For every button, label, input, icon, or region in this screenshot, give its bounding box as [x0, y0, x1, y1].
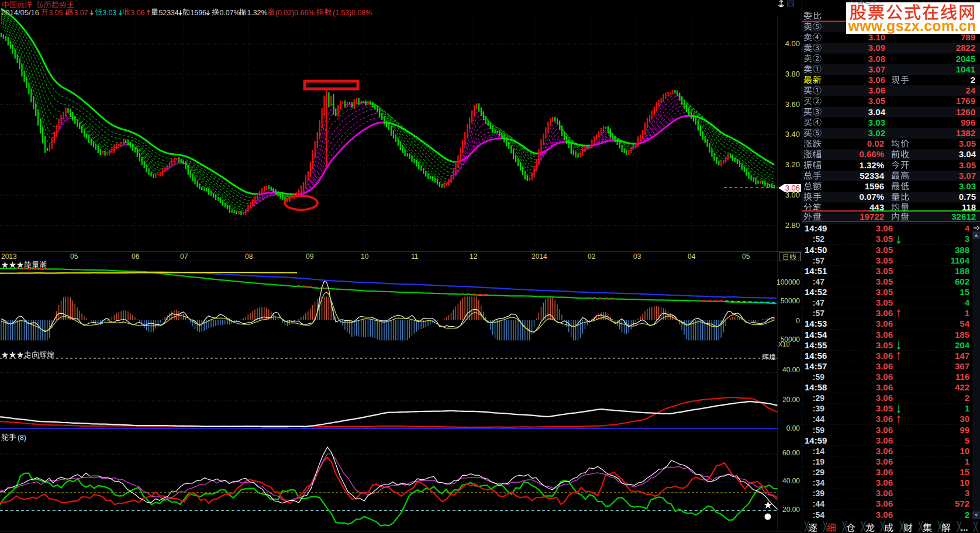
svg-text:15: 15	[960, 287, 969, 297]
svg-text::54: :54	[813, 510, 824, 520]
svg-text:3.05: 3.05	[876, 245, 893, 255]
svg-text:3.05: 3.05	[876, 276, 893, 286]
svg-text:3.06: 3.06	[876, 330, 893, 340]
svg-text:2014: 2014	[532, 252, 547, 261]
svg-text:3.06: 3.06	[876, 361, 893, 371]
svg-text:3.07: 3.07	[959, 171, 976, 181]
svg-text:www.gszx.com.cn: www.gszx.com.cn	[848, 18, 976, 34]
svg-text:3.40: 3.40	[785, 130, 800, 139]
svg-text:3.05: 3.05	[876, 234, 893, 244]
svg-text:3.04: 3.04	[868, 107, 886, 117]
svg-text:20.00: 20.00	[782, 506, 800, 514]
svg-text::57: :57	[813, 309, 824, 318]
svg-text:3.04: 3.04	[959, 149, 976, 159]
svg-text:2045: 2045	[956, 54, 975, 64]
svg-text:3.03: 3.03	[103, 9, 117, 17]
svg-text:1: 1	[965, 403, 969, 413]
svg-text:50000: 50000	[781, 297, 800, 305]
svg-text:3.05: 3.05	[876, 403, 893, 413]
svg-text:3.06: 3.06	[876, 446, 893, 456]
svg-text:3.07: 3.07	[74, 9, 88, 17]
svg-text::57: :57	[813, 256, 824, 265]
svg-text:3: 3	[965, 488, 969, 498]
svg-text:116: 116	[955, 372, 969, 382]
svg-text:14:58: 14:58	[805, 382, 827, 392]
svg-text:3.06: 3.06	[876, 435, 893, 445]
svg-text:3.06: 3.06	[131, 9, 145, 17]
svg-text:3.06: 3.06	[876, 308, 893, 318]
svg-text:3.06: 3.06	[876, 372, 893, 382]
svg-text:1: 1	[965, 456, 969, 466]
svg-text:19722: 19722	[860, 212, 884, 221]
svg-text:4.00: 4.00	[785, 39, 800, 48]
svg-text:14:50: 14:50	[805, 245, 827, 255]
svg-text::19: :19	[813, 457, 824, 466]
svg-text:06: 06	[132, 252, 140, 261]
svg-text:05: 05	[742, 252, 750, 261]
svg-text:3.06: 3.06	[876, 319, 893, 328]
svg-text:30: 30	[960, 414, 969, 424]
svg-text:3.03: 3.03	[959, 181, 976, 191]
svg-text:185: 185	[955, 330, 969, 340]
svg-text:0.07%: 0.07%	[220, 9, 240, 17]
svg-text:996: 996	[961, 117, 975, 127]
svg-text::39: :39	[813, 404, 824, 413]
svg-text::39: :39	[813, 489, 824, 498]
svg-text:1.32%: 1.32%	[859, 160, 884, 170]
svg-text::29: :29	[813, 393, 824, 403]
svg-text:3.06: 3.06	[785, 184, 800, 192]
svg-text:1596: 1596	[191, 9, 207, 17]
svg-text:2.80: 2.80	[785, 221, 800, 230]
svg-text:14:55: 14:55	[805, 340, 827, 350]
svg-text::34: :34	[813, 478, 824, 487]
svg-text:04: 04	[688, 252, 696, 261]
svg-text:3.03: 3.03	[868, 117, 885, 127]
svg-text:60.00: 60.00	[782, 449, 800, 457]
svg-text::52: :52	[813, 234, 824, 244]
svg-text:2822: 2822	[956, 43, 975, 53]
svg-text:2013: 2013	[1, 252, 17, 261]
svg-text:(0.02)0.66%: (0.02)0.66%	[275, 9, 315, 17]
svg-text:24: 24	[965, 85, 975, 95]
svg-text:14:51: 14:51	[805, 266, 827, 276]
svg-text:0.02: 0.02	[867, 139, 884, 148]
svg-text:14:49: 14:49	[805, 223, 827, 233]
svg-text:(1.53)0.08%: (1.53)0.08%	[333, 9, 372, 17]
svg-text:40.00: 40.00	[782, 366, 800, 374]
svg-text:0: 0	[796, 317, 800, 325]
svg-text::44: :44	[813, 499, 824, 508]
svg-text:3.05: 3.05	[959, 160, 976, 170]
svg-text:3.80: 3.80	[785, 70, 800, 78]
svg-text:3.08: 3.08	[868, 54, 885, 64]
svg-text:388: 388	[955, 245, 969, 255]
svg-text:32612: 32612	[951, 212, 976, 221]
svg-text:3.05: 3.05	[876, 287, 893, 297]
svg-text:3.06: 3.06	[876, 425, 893, 435]
svg-text:3.06: 3.06	[868, 75, 885, 85]
svg-text::29: :29	[813, 468, 824, 477]
svg-text:2: 2	[965, 510, 969, 520]
svg-text:3.02: 3.02	[868, 128, 885, 138]
svg-text:3.06: 3.06	[876, 382, 893, 392]
svg-text:3: 3	[965, 234, 969, 244]
svg-text:14:56: 14:56	[805, 351, 827, 361]
svg-text:3.06: 3.06	[876, 510, 893, 520]
svg-text:188: 188	[955, 266, 969, 276]
svg-text:2: 2	[971, 75, 975, 85]
svg-text::47: :47	[813, 277, 824, 286]
svg-text:5: 5	[965, 435, 969, 445]
svg-text:X10: X10	[778, 341, 790, 348]
svg-text:1.32%: 1.32%	[247, 9, 268, 17]
svg-text:3.06: 3.06	[876, 499, 893, 508]
svg-text:3.05: 3.05	[49, 9, 63, 17]
svg-text:1: 1	[965, 308, 969, 318]
svg-text:11: 11	[411, 252, 419, 261]
svg-text:20.00: 20.00	[782, 396, 800, 404]
svg-text:0.07%: 0.07%	[859, 192, 884, 202]
svg-text::47: :47	[813, 298, 824, 307]
svg-text:367: 367	[955, 361, 969, 371]
svg-text:0.66%: 0.66%	[859, 149, 884, 159]
svg-text:3.06: 3.06	[876, 477, 893, 487]
svg-text:3.05: 3.05	[868, 96, 885, 106]
svg-text:40.00: 40.00	[782, 477, 800, 485]
